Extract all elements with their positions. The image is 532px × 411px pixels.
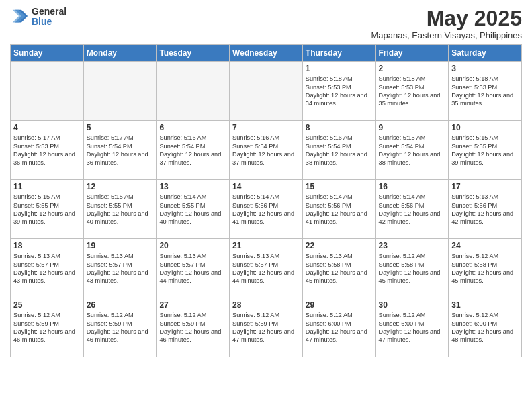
day-number: 10: [451, 123, 519, 132]
calendar-week-row: 11Sunrise: 5:15 AMSunset: 5:55 PMDayligh…: [11, 180, 522, 239]
logo-general: General: [32, 7, 66, 17]
calendar-cell: 20Sunrise: 5:13 AMSunset: 5:57 PMDayligh…: [157, 239, 230, 298]
day-number: 23: [379, 241, 446, 250]
day-info: Sunrise: 5:12 AMSunset: 5:59 PMDaylight:…: [13, 311, 81, 345]
location: Mapanas, Eastern Visayas, Philippines: [371, 30, 523, 40]
day-number: 11: [13, 182, 81, 191]
day-info: Sunrise: 5:13 AMSunset: 5:57 PMDaylight:…: [87, 252, 154, 285]
day-number: 6: [159, 123, 226, 132]
day-number: 28: [232, 300, 300, 310]
calendar-cell: 28Sunrise: 5:12 AMSunset: 5:59 PMDayligh…: [230, 298, 303, 357]
day-number: 22: [306, 241, 373, 250]
calendar-cell: 10Sunrise: 5:15 AMSunset: 5:55 PMDayligh…: [449, 121, 522, 180]
day-number: 16: [379, 182, 446, 191]
calendar-cell: 26Sunrise: 5:12 AMSunset: 5:59 PMDayligh…: [83, 298, 157, 357]
day-info: Sunrise: 5:12 AMSunset: 6:00 PMDaylight:…: [451, 311, 519, 345]
day-number: 2: [379, 64, 446, 73]
logo-text: General Blue: [32, 7, 66, 28]
calendar-cell: 2Sunrise: 5:18 AMSunset: 5:53 PMDaylight…: [375, 62, 449, 121]
header: General Blue May 2025 Mapanas, Eastern V…: [10, 7, 522, 40]
day-number: 12: [87, 182, 154, 191]
calendar-cell: 29Sunrise: 5:12 AMSunset: 6:00 PMDayligh…: [302, 298, 375, 357]
svg-marker-1: [13, 10, 26, 23]
day-info: Sunrise: 5:17 AMSunset: 5:54 PMDaylight:…: [87, 134, 154, 167]
day-number: 27: [159, 300, 226, 310]
calendar-cell: 7Sunrise: 5:16 AMSunset: 5:54 PMDaylight…: [230, 121, 303, 180]
calendar-cell: 5Sunrise: 5:17 AMSunset: 5:54 PMDaylight…: [83, 121, 157, 180]
day-number: 25: [13, 300, 81, 310]
calendar-week-row: 1Sunrise: 5:18 AMSunset: 5:53 PMDaylight…: [11, 62, 522, 121]
day-number: 20: [159, 241, 226, 250]
day-number: 26: [87, 300, 154, 310]
logo-blue: Blue: [32, 17, 66, 27]
day-number: 14: [232, 182, 300, 191]
day-info: Sunrise: 5:12 AMSunset: 6:00 PMDaylight:…: [306, 311, 373, 345]
title-section: May 2025 Mapanas, Eastern Visayas, Phili…: [371, 7, 523, 40]
logo-icon: [10, 7, 29, 26]
calendar-cell: 16Sunrise: 5:14 AMSunset: 5:56 PMDayligh…: [375, 180, 449, 239]
day-info: Sunrise: 5:14 AMSunset: 5:56 PMDaylight:…: [379, 193, 446, 226]
day-info: Sunrise: 5:12 AMSunset: 5:58 PMDaylight:…: [379, 252, 446, 285]
day-header-friday: Friday: [375, 45, 449, 62]
day-header-wednesday: Wednesday: [230, 45, 303, 62]
day-info: Sunrise: 5:15 AMSunset: 5:55 PMDaylight:…: [13, 193, 81, 226]
day-header-sunday: Sunday: [11, 45, 84, 62]
calendar-week-row: 4Sunrise: 5:17 AMSunset: 5:53 PMDaylight…: [11, 121, 522, 180]
day-number: 4: [13, 123, 81, 132]
calendar-cell: 4Sunrise: 5:17 AMSunset: 5:53 PMDaylight…: [11, 121, 84, 180]
day-number: 30: [379, 300, 446, 310]
day-number: 9: [379, 123, 446, 132]
calendar-cell: 1Sunrise: 5:18 AMSunset: 5:53 PMDaylight…: [302, 62, 375, 121]
day-header-monday: Monday: [83, 45, 157, 62]
page: General Blue May 2025 Mapanas, Eastern V…: [0, 0, 532, 411]
calendar: SundayMondayTuesdayWednesdayThursdayFrid…: [10, 44, 522, 357]
day-info: Sunrise: 5:16 AMSunset: 5:54 PMDaylight:…: [159, 134, 226, 167]
calendar-cell: [83, 62, 157, 121]
day-info: Sunrise: 5:18 AMSunset: 5:53 PMDaylight:…: [379, 75, 446, 108]
calendar-cell: 13Sunrise: 5:14 AMSunset: 5:55 PMDayligh…: [157, 180, 230, 239]
calendar-cell: 3Sunrise: 5:18 AMSunset: 5:53 PMDaylight…: [449, 62, 522, 121]
calendar-cell: 15Sunrise: 5:14 AMSunset: 5:56 PMDayligh…: [302, 180, 375, 239]
calendar-cell: 6Sunrise: 5:16 AMSunset: 5:54 PMDaylight…: [157, 121, 230, 180]
day-info: Sunrise: 5:13 AMSunset: 5:56 PMDaylight:…: [451, 193, 519, 226]
calendar-cell: [11, 62, 84, 121]
calendar-week-row: 18Sunrise: 5:13 AMSunset: 5:57 PMDayligh…: [11, 239, 522, 298]
day-number: 21: [232, 241, 300, 250]
calendar-cell: 22Sunrise: 5:13 AMSunset: 5:58 PMDayligh…: [302, 239, 375, 298]
day-number: 1: [306, 64, 373, 73]
day-info: Sunrise: 5:13 AMSunset: 5:57 PMDaylight:…: [232, 252, 300, 285]
month-title: May 2025: [371, 7, 523, 30]
day-number: 7: [232, 123, 300, 132]
calendar-cell: 18Sunrise: 5:13 AMSunset: 5:57 PMDayligh…: [11, 239, 84, 298]
day-number: 31: [451, 300, 519, 310]
day-info: Sunrise: 5:16 AMSunset: 5:54 PMDaylight:…: [306, 134, 373, 167]
day-number: 24: [451, 241, 519, 250]
day-info: Sunrise: 5:14 AMSunset: 5:56 PMDaylight:…: [232, 193, 300, 226]
day-number: 17: [451, 182, 519, 191]
calendar-cell: 21Sunrise: 5:13 AMSunset: 5:57 PMDayligh…: [230, 239, 303, 298]
day-number: 18: [13, 241, 81, 250]
day-info: Sunrise: 5:14 AMSunset: 5:56 PMDaylight:…: [306, 193, 373, 226]
day-info: Sunrise: 5:12 AMSunset: 5:58 PMDaylight:…: [451, 252, 519, 285]
day-info: Sunrise: 5:12 AMSunset: 6:00 PMDaylight:…: [379, 311, 446, 345]
day-header-saturday: Saturday: [449, 45, 522, 62]
day-number: 19: [87, 241, 154, 250]
day-info: Sunrise: 5:13 AMSunset: 5:57 PMDaylight:…: [13, 252, 81, 285]
calendar-cell: 11Sunrise: 5:15 AMSunset: 5:55 PMDayligh…: [11, 180, 84, 239]
day-number: 3: [451, 64, 519, 73]
day-info: Sunrise: 5:15 AMSunset: 5:55 PMDaylight:…: [87, 193, 154, 226]
calendar-cell: 23Sunrise: 5:12 AMSunset: 5:58 PMDayligh…: [375, 239, 449, 298]
day-info: Sunrise: 5:15 AMSunset: 5:55 PMDaylight:…: [451, 134, 519, 167]
calendar-cell: 14Sunrise: 5:14 AMSunset: 5:56 PMDayligh…: [230, 180, 303, 239]
calendar-cell: 9Sunrise: 5:15 AMSunset: 5:54 PMDaylight…: [375, 121, 449, 180]
day-number: 8: [306, 123, 373, 132]
day-info: Sunrise: 5:17 AMSunset: 5:53 PMDaylight:…: [13, 134, 81, 167]
calendar-cell: 31Sunrise: 5:12 AMSunset: 6:00 PMDayligh…: [449, 298, 522, 357]
calendar-cell: 8Sunrise: 5:16 AMSunset: 5:54 PMDaylight…: [302, 121, 375, 180]
day-info: Sunrise: 5:12 AMSunset: 5:59 PMDaylight:…: [159, 311, 226, 345]
calendar-week-row: 25Sunrise: 5:12 AMSunset: 5:59 PMDayligh…: [11, 298, 522, 357]
day-number: 5: [87, 123, 154, 132]
calendar-cell: 17Sunrise: 5:13 AMSunset: 5:56 PMDayligh…: [449, 180, 522, 239]
day-header-thursday: Thursday: [302, 45, 375, 62]
calendar-cell: 25Sunrise: 5:12 AMSunset: 5:59 PMDayligh…: [11, 298, 84, 357]
